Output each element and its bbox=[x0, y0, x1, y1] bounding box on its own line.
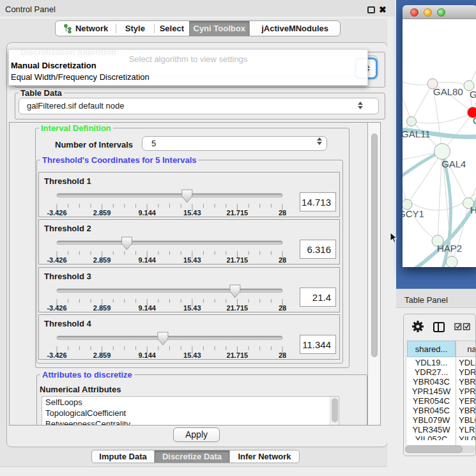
slider-thumb[interactable] bbox=[182, 190, 192, 203]
gear-icon[interactable] bbox=[411, 320, 424, 333]
network-node[interactable] bbox=[407, 117, 417, 127]
mouse-cursor bbox=[390, 232, 397, 243]
threshold-label: Threshold 4 bbox=[44, 319, 91, 328]
column-header-shared-name[interactable]: shared... bbox=[407, 341, 456, 357]
settings-vertical-scrollbar[interactable] bbox=[367, 123, 380, 425]
threshold-2-panel: Threshold 2-3.4262.8599.14415.4321.71528… bbox=[38, 219, 340, 265]
table-row[interactable]: YLR345WYLR3 bbox=[407, 425, 476, 434]
thresholds-group: Threshold's Coordinates for 5 Intervals … bbox=[36, 160, 343, 364]
tick-label: 2.859 bbox=[86, 209, 119, 217]
network-node-label: HAP2 bbox=[437, 243, 462, 254]
table-row[interactable]: YBR043CYBR0 bbox=[407, 377, 476, 387]
spinner-arrows[interactable] bbox=[317, 137, 322, 145]
attributes-list-scrollbar-thumb[interactable] bbox=[332, 398, 338, 422]
threshold-value-field[interactable]: 21.4 bbox=[300, 288, 336, 307]
tick-label: 2.859 bbox=[86, 304, 119, 312]
table-panel-header: Table Panel bbox=[396, 289, 476, 308]
attribute-item[interactable]: TopologicalCoefficient bbox=[42, 408, 339, 418]
table-row[interactable]: YBR045CYBR0 bbox=[407, 406, 476, 415]
tick-label: 28 bbox=[266, 304, 299, 312]
columns-icon[interactable] bbox=[433, 322, 445, 332]
network-node[interactable] bbox=[434, 144, 450, 160]
popup-item-equal-width[interactable]: Equal Width/Frequency Discretization bbox=[11, 72, 150, 82]
bottom-tab-discretize-data[interactable]: Discretize Data bbox=[154, 450, 229, 463]
tab-select[interactable]: Select bbox=[155, 21, 190, 36]
popup-item-manual-discretization[interactable]: Manual Discretization bbox=[11, 61, 96, 70]
select-columns-icon[interactable] bbox=[454, 323, 471, 330]
attributes-list-scrollbar[interactable] bbox=[330, 397, 339, 426]
control-panel-titlebar bbox=[0, 0, 395, 19]
slider-thumb[interactable] bbox=[121, 237, 132, 250]
threshold-value-field[interactable]: 11.344 bbox=[300, 335, 336, 354]
tick-label: 9.144 bbox=[130, 351, 164, 359]
tab-cyni-toolbox[interactable]: Cyni Toolbox bbox=[189, 21, 249, 36]
thresholds-group-title: Threshold's Coordinates for 5 Intervals bbox=[40, 155, 198, 165]
tab-style[interactable]: Style bbox=[116, 21, 153, 36]
tick-label: 21.715 bbox=[220, 351, 254, 359]
network-tab-icon bbox=[63, 24, 72, 33]
table-horizontal-scrollbar[interactable] bbox=[405, 445, 475, 453]
close-traffic-light[interactable] bbox=[410, 8, 418, 17]
algorithm-dropdown-popup: Select algorithm to view settings Manual… bbox=[8, 49, 368, 86]
tick-label: 28 bbox=[266, 351, 299, 359]
tick-label: 21.715 bbox=[220, 209, 254, 217]
tick-label: 2.859 bbox=[86, 256, 119, 264]
network-node[interactable] bbox=[446, 256, 457, 267]
column-header-name[interactable]: name bbox=[456, 341, 476, 357]
table-row[interactable]: YER054CYER0 bbox=[407, 396, 476, 406]
close-icon[interactable]: ✖ bbox=[379, 4, 387, 15]
slider-thumb[interactable] bbox=[158, 332, 168, 345]
bottom-tab-impute-data[interactable]: Impute Data bbox=[92, 450, 154, 463]
attributes-group-title: Attributes to discretize bbox=[40, 370, 134, 380]
float-icon[interactable] bbox=[367, 6, 375, 13]
network-node-label: GCY1 bbox=[403, 208, 424, 219]
threshold-value-field[interactable]: 14.713 bbox=[300, 192, 336, 211]
slider-thumb[interactable] bbox=[230, 285, 240, 298]
network-edge bbox=[411, 112, 473, 123]
table-row[interactable]: YDR27...YDR2 bbox=[407, 367, 476, 377]
threshold-3-panel: Threshold 3-3.4262.8599.14415.4321.71528… bbox=[38, 267, 340, 312]
top-tabbar: NetworkStyleSelectCyni ToolboxjActiveMNo… bbox=[55, 20, 341, 36]
network-canvas[interactable]: GAL80GACGAL11GAL4GCY1HHAP2 bbox=[403, 19, 476, 267]
settings-scrollbar-thumb[interactable] bbox=[371, 134, 378, 357]
attribute-item[interactable]: SelfLoops bbox=[42, 397, 339, 408]
zoom-traffic-light[interactable] bbox=[437, 8, 445, 17]
tick-label: 21.715 bbox=[220, 256, 254, 264]
table-row[interactable]: YPR145WYPR1 bbox=[407, 387, 476, 396]
table-panel-title: Table Panel bbox=[404, 295, 448, 305]
tab-network[interactable]: Network bbox=[56, 21, 116, 36]
tick-label: 9.144 bbox=[130, 256, 164, 264]
network-node-label: GA bbox=[470, 89, 476, 100]
network-window-titlebar bbox=[403, 5, 476, 19]
minimize-traffic-light[interactable] bbox=[424, 8, 432, 17]
table-row[interactable]: YBL079WYBL0 bbox=[407, 415, 476, 425]
table-row[interactable]: YDL19...YDL1 bbox=[407, 358, 476, 367]
table-hscrollbar-thumb[interactable] bbox=[405, 445, 463, 453]
bottom-tabbar: Impute DataDiscretize DataInfer Network bbox=[91, 450, 300, 463]
control-panel-window: Control Panel ✖ NetworkStyleSelectCyni T… bbox=[0, 0, 395, 467]
tab-jactivemnodules[interactable]: jActiveMNodules bbox=[249, 21, 340, 36]
number-of-intervals-spinner[interactable]: 5 bbox=[142, 136, 327, 151]
tick-label: -3.426 bbox=[40, 256, 73, 264]
interval-definition-title: Interval Definition bbox=[39, 123, 113, 133]
attribute-item[interactable]: BetweennessCentrality bbox=[42, 418, 339, 426]
network-edge bbox=[411, 84, 433, 121]
tick-label: 9.144 bbox=[130, 304, 164, 312]
network-node-label: GAL4 bbox=[441, 158, 466, 169]
threshold-value-field[interactable]: 6.316 bbox=[300, 240, 336, 259]
tick-label: 15.43 bbox=[176, 304, 209, 312]
tick-label: 28 bbox=[266, 209, 299, 217]
tick-label: -3.426 bbox=[40, 351, 73, 359]
network-node-label: GAL11 bbox=[403, 128, 431, 139]
window-title: Control Panel bbox=[5, 4, 56, 14]
bottom-tab-infer-network[interactable]: Infer Network bbox=[229, 450, 299, 463]
tick-label: -3.426 bbox=[40, 304, 73, 312]
numerical-attributes-list[interactable]: SelfLoopsTopologicalCoefficientBetweenne… bbox=[42, 396, 339, 426]
table-data-combo-arrows[interactable] bbox=[358, 102, 363, 109]
threshold-label: Threshold 3 bbox=[44, 272, 91, 281]
table-data-combobox[interactable]: galFiltered.sif default node bbox=[19, 98, 379, 114]
table-row[interactable]: YIL052CYIL0 bbox=[407, 434, 476, 441]
apply-button[interactable]: Apply bbox=[173, 427, 220, 442]
numerical-attributes-label: Numerical Attributes bbox=[40, 385, 121, 394]
tick-label: 15.43 bbox=[176, 256, 209, 264]
